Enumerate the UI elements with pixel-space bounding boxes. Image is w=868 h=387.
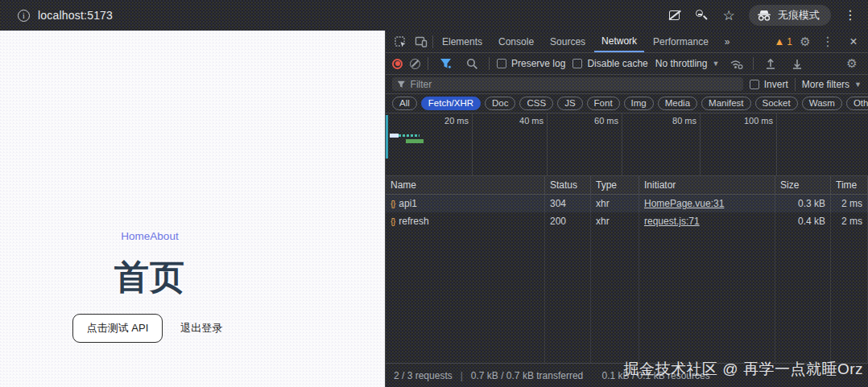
- more-filters-dropdown[interactable]: More filters ▼: [802, 79, 862, 90]
- page-title: 首页: [0, 254, 300, 301]
- column-header-status[interactable]: Status: [545, 176, 591, 194]
- column-header-time[interactable]: Time: [831, 176, 868, 194]
- nav-link-home[interactable]: Home: [121, 230, 150, 242]
- filter-chip-wasm[interactable]: Wasm: [802, 97, 842, 110]
- column-header-size[interactable]: Size: [775, 176, 831, 194]
- page-info-icon[interactable]: i: [18, 10, 30, 22]
- request-status: 304: [545, 195, 591, 212]
- filter-chip-font[interactable]: Font: [587, 97, 620, 110]
- request-name: refresh: [399, 216, 428, 227]
- nav-link-about[interactable]: About: [150, 230, 178, 242]
- request-size: 0.4 kB: [775, 212, 831, 230]
- overview-selection-edge: [386, 115, 388, 159]
- network-conditions-icon[interactable]: [726, 54, 746, 73]
- import-har-icon[interactable]: [761, 54, 780, 73]
- invert-checkbox[interactable]: Invert: [750, 79, 788, 90]
- request-time: 2 ms: [831, 212, 868, 230]
- filter-chip-manifest[interactable]: Manifest: [701, 97, 750, 110]
- network-settings-gear-icon[interactable]: ⚙: [842, 54, 862, 73]
- filter-input-wrap: [392, 77, 743, 91]
- network-toolbar: Preserve log Disable cache No throttling…: [386, 53, 868, 75]
- request-row[interactable]: {}refresh 200 xhr request.js:71 0.4 kB 2…: [386, 212, 868, 230]
- waterfall-bar: [390, 134, 399, 138]
- column-header-initiator[interactable]: Initiator: [639, 176, 775, 194]
- incognito-icon: [757, 10, 771, 21]
- request-type: xhr: [591, 212, 639, 230]
- filter-chip-js[interactable]: JS: [557, 97, 582, 110]
- filter-chip-media[interactable]: Media: [658, 97, 697, 110]
- settings-gear-icon[interactable]: ⚙: [796, 32, 815, 51]
- filter-funnel-small-icon: [397, 80, 406, 89]
- checkbox-icon: [497, 59, 506, 68]
- tab-elements[interactable]: Elements: [435, 31, 490, 52]
- clear-network-log-icon[interactable]: [410, 59, 420, 69]
- disable-cache-checkbox[interactable]: Disable cache: [572, 58, 647, 69]
- ruler-tick: 60 ms: [570, 116, 618, 126]
- preserve-log-checkbox[interactable]: Preserve log: [497, 58, 565, 69]
- devtools-panel: Elements Console Sources Network Perform…: [385, 31, 868, 387]
- xhr-braces-icon: {}: [391, 199, 395, 208]
- chevron-down-icon: ▼: [854, 80, 862, 89]
- tab-network[interactable]: Network: [594, 31, 644, 52]
- address-url[interactable]: localhost:5173: [38, 9, 113, 22]
- request-row[interactable]: {}api1 304 xhr HomePage.vue:31 0.3 kB 2 …: [386, 195, 868, 212]
- initiator-link[interactable]: request.js:71: [644, 216, 700, 227]
- filter-chip-all[interactable]: All: [392, 97, 417, 110]
- filter-chip-doc[interactable]: Doc: [485, 97, 515, 110]
- ruler-tick: 80 ms: [648, 116, 696, 126]
- devtools-tab-bar: Elements Console Sources Network Perform…: [386, 31, 868, 53]
- watermark-text: 掘金技术社区 @ 再学一点就睡Orz: [624, 359, 863, 380]
- tab-performance[interactable]: Performance: [646, 31, 716, 52]
- xhr-braces-icon: {}: [391, 216, 395, 226]
- filter-chip-css[interactable]: CSS: [519, 97, 553, 110]
- logout-button[interactable]: 退出登录: [176, 315, 227, 342]
- test-api-button[interactable]: 点击测试 API: [72, 314, 163, 343]
- search-icon[interactable]: [462, 54, 482, 73]
- ruler-gridline: [472, 113, 473, 175]
- network-filter-bar: Invert More filters ▼: [386, 75, 868, 94]
- network-overview[interactable]: 20 ms 40 ms 60 ms 80 ms 100 ms: [386, 113, 868, 176]
- export-har-icon[interactable]: [787, 54, 807, 73]
- content-blocked-icon[interactable]: [667, 8, 681, 23]
- record-network-log-icon[interactable]: [392, 59, 403, 69]
- ruler-tick: 100 ms: [725, 116, 773, 126]
- request-type-filters: All Fetch/XHR Doc CSS JS Font Img Media …: [386, 94, 868, 113]
- throttling-select[interactable]: No throttling ▼: [655, 58, 720, 69]
- filter-input[interactable]: [411, 79, 738, 90]
- device-toolbar-icon[interactable]: [411, 32, 431, 51]
- issues-warning-badge[interactable]: ▲1: [774, 35, 792, 47]
- filter-funnel-icon[interactable]: [436, 54, 455, 73]
- request-time: 2 ms: [831, 195, 868, 212]
- close-devtools-icon[interactable]: ×: [844, 32, 863, 51]
- ruler-gridline: [622, 113, 622, 175]
- more-tabs-icon[interactable]: »: [717, 31, 738, 52]
- inspect-element-icon[interactable]: [391, 32, 410, 51]
- zoom-icon[interactable]: [694, 8, 709, 23]
- incognito-label: 无痕模式: [778, 8, 820, 23]
- checkbox-icon: [572, 59, 582, 68]
- request-size: 0.3 kB: [775, 195, 831, 212]
- filter-chip-socket[interactable]: Socket: [755, 97, 798, 110]
- browser-address-bar: i localhost:5173 ☆ 无痕模式 ⋮: [0, 0, 868, 31]
- waterfall-bar: [399, 134, 420, 137]
- devtools-menu-icon[interactable]: ⋮: [818, 32, 837, 51]
- request-status: 200: [545, 212, 591, 230]
- initiator-link[interactable]: HomePage.vue:31: [644, 198, 724, 209]
- filter-chip-other[interactable]: Other: [846, 97, 868, 110]
- incognito-badge: 无痕模式: [749, 5, 831, 26]
- warning-icon: ▲: [774, 35, 784, 47]
- page-nav: HomeAbout: [0, 230, 300, 242]
- filter-chip-fetch-xhr[interactable]: Fetch/XHR: [421, 97, 481, 110]
- requests-table-empty-area: [386, 230, 868, 363]
- bookmark-star-icon[interactable]: ☆: [721, 8, 736, 23]
- column-header-type[interactable]: Type: [591, 176, 639, 194]
- ruler-tick: 20 ms: [420, 116, 469, 126]
- waterfall-bar: [406, 139, 424, 143]
- tab-console[interactable]: Console: [491, 31, 541, 52]
- filter-chip-img[interactable]: Img: [624, 97, 654, 110]
- request-type: xhr: [591, 195, 639, 212]
- column-header-name[interactable]: Name: [386, 176, 545, 194]
- browser-menu-icon[interactable]: ⋮: [844, 9, 857, 22]
- warning-count: 1: [787, 36, 792, 47]
- tab-sources[interactable]: Sources: [543, 31, 593, 52]
